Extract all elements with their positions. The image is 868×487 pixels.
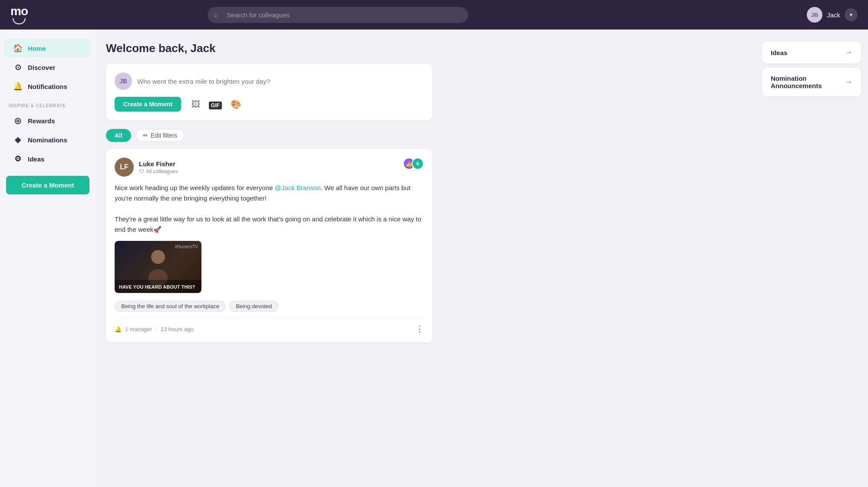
user-menu-button[interactable]: ▾ bbox=[845, 8, 858, 21]
post-audience: 🛡 All colleagues bbox=[139, 168, 178, 174]
search-icon: ⌕ bbox=[214, 11, 218, 19]
post-composer: JB Create a Moment 🖼 GIF 🎨 bbox=[106, 64, 432, 120]
emoji-button[interactable]: 🎨 bbox=[229, 97, 243, 111]
logo-smile-icon bbox=[13, 18, 26, 24]
filter-edit-button[interactable]: ✏ Edit filters bbox=[135, 129, 185, 142]
post-card: LF Luke Fisher 🛡 All colleagues 👍 6 bbox=[106, 149, 432, 342]
tag-2: Being devoted bbox=[229, 301, 278, 312]
post-manager: 1 manager bbox=[125, 326, 152, 332]
post-text-1: Nice work heading up the weekly updates … bbox=[115, 184, 275, 191]
svg-point-0 bbox=[151, 250, 165, 264]
post-gif: #HuntersTV HAVE YOU HEARD ABOUT THIS? bbox=[115, 241, 201, 293]
sidebar: 🏠 Home ⊙ Discover 🔔 Notifications INSPIR… bbox=[0, 30, 96, 487]
logo-text: mo bbox=[10, 4, 28, 18]
sidebar-item-nominations-label: Nominations bbox=[28, 136, 67, 144]
post-body: Nice work heading up the weekly updates … bbox=[115, 183, 424, 235]
ideas-icon: ⚙ bbox=[13, 154, 23, 164]
post-more-button[interactable]: ⋮ bbox=[416, 324, 424, 334]
ideas-arrow-icon: → bbox=[845, 49, 852, 56]
gif-watermark: #HuntersTV bbox=[175, 244, 198, 249]
composer-avatar: JB bbox=[115, 72, 132, 90]
sidebar-item-notifications-label: Notifications bbox=[28, 83, 67, 90]
ideas-panel-label: Ideas bbox=[771, 49, 787, 56]
sidebar-item-nominations[interactable]: ◈ Nominations bbox=[4, 131, 91, 149]
sidebar-item-rewards[interactable]: ◎ Rewards bbox=[4, 112, 91, 130]
user-name-label: Jack bbox=[827, 11, 840, 19]
edit-filter-icon: ✏ bbox=[143, 132, 148, 139]
app-logo[interactable]: mo bbox=[10, 5, 28, 24]
sidebar-item-rewards-label: Rewards bbox=[28, 117, 55, 125]
top-navigation: mo ⌕ JB Jack ▾ bbox=[0, 0, 868, 30]
user-area: JB Jack ▾ bbox=[807, 7, 858, 23]
page-title: Welcome back, Jack bbox=[106, 42, 432, 55]
main-content: Welcome back, Jack JB Create a Moment 🖼 … bbox=[96, 30, 443, 487]
audience-label: All colleagues bbox=[146, 168, 178, 174]
inspire-section-label: INSPIRE & CELEBRATE bbox=[0, 96, 96, 111]
post-tags: Being the life and soul of the workplace… bbox=[115, 301, 424, 312]
right-panel: Ideas → Nomination Announcements → bbox=[755, 30, 868, 487]
image-upload-button[interactable]: 🖼 bbox=[190, 98, 202, 111]
post-bell-icon: 🔔 bbox=[115, 326, 122, 332]
edit-filter-label: Edit filters bbox=[151, 132, 177, 139]
post-header: LF Luke Fisher 🛡 All colleagues 👍 6 bbox=[115, 158, 424, 177]
filter-bar: All ✏ Edit filters bbox=[106, 129, 432, 142]
sidebar-item-discover-label: Discover bbox=[28, 64, 55, 71]
search-bar: ⌕ bbox=[208, 7, 468, 23]
search-input[interactable] bbox=[208, 7, 468, 23]
sidebar-item-ideas[interactable]: ⚙ Ideas bbox=[4, 150, 91, 168]
nominations-icon: ◈ bbox=[13, 135, 23, 145]
post-meta: 🔔 1 manager · 13 hours ago bbox=[115, 326, 194, 332]
sidebar-item-notifications[interactable]: 🔔 Notifications bbox=[4, 77, 91, 95]
nominations-panel-link[interactable]: Nomination Announcements → bbox=[762, 68, 861, 96]
nominations-panel-label: Nomination Announcements bbox=[771, 75, 845, 89]
gif-button[interactable]: GIF bbox=[207, 98, 224, 111]
post-separator: · bbox=[155, 326, 157, 332]
nominations-arrow-icon: → bbox=[845, 78, 852, 86]
post-time: 13 hours ago bbox=[161, 326, 194, 332]
gif-caption: HAVE YOU HEARD ABOUT THIS? bbox=[119, 284, 195, 290]
reaction-badges: 👍 6 bbox=[403, 158, 424, 170]
ideas-panel-link[interactable]: Ideas → bbox=[762, 42, 861, 63]
sidebar-item-discover[interactable]: ⊙ Discover bbox=[4, 58, 91, 76]
post-text-3: They're a great little way for us to loo… bbox=[115, 214, 424, 235]
post-footer: 🔔 1 manager · 13 hours ago ⋮ bbox=[115, 318, 424, 334]
sidebar-item-home[interactable]: 🏠 Home bbox=[4, 39, 91, 57]
sidebar-item-home-label: Home bbox=[28, 45, 46, 52]
post-author: LF Luke Fisher 🛡 All colleagues bbox=[115, 158, 178, 177]
composer-input[interactable] bbox=[137, 78, 424, 85]
audience-icon: 🛡 bbox=[139, 168, 144, 174]
discover-icon: ⊙ bbox=[13, 63, 23, 72]
post-mention[interactable]: @Jack Branson bbox=[275, 184, 321, 191]
create-moment-button[interactable]: Create a Moment bbox=[115, 97, 181, 112]
bell-nav-icon: 🔔 bbox=[13, 82, 23, 91]
sidebar-create-button[interactable]: Create a Moment bbox=[6, 176, 89, 194]
post-author-name: Luke Fisher bbox=[139, 160, 178, 168]
rewards-icon: ◎ bbox=[13, 116, 23, 125]
avatar: JB bbox=[807, 7, 822, 23]
sidebar-item-ideas-label: Ideas bbox=[28, 155, 44, 163]
post-author-avatar: LF bbox=[115, 158, 134, 177]
home-icon: 🏠 bbox=[13, 43, 23, 53]
tag-1: Being the life and soul of the workplace bbox=[115, 301, 226, 312]
reaction-badge-count: 6 bbox=[412, 158, 424, 170]
filter-all-button[interactable]: All bbox=[106, 129, 131, 142]
